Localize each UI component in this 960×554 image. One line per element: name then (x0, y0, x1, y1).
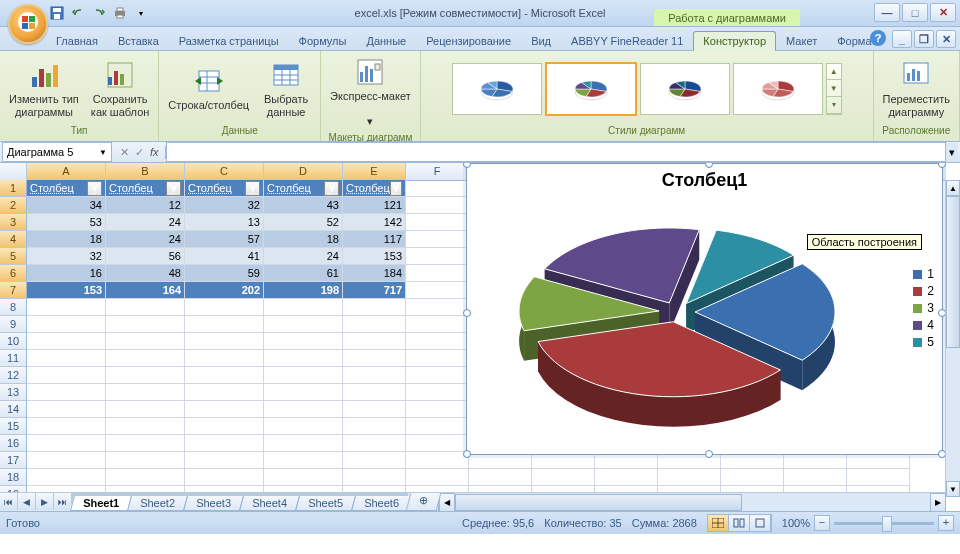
cell[interactable] (264, 333, 343, 350)
cell[interactable]: 198 (264, 282, 343, 299)
cell[interactable] (106, 384, 185, 401)
row-header[interactable]: 11 (0, 350, 27, 367)
cell[interactable] (406, 333, 469, 350)
chart-plot-area[interactable] (487, 197, 887, 437)
redo-icon[interactable] (90, 4, 108, 22)
cell[interactable] (185, 316, 264, 333)
cell[interactable] (27, 469, 106, 486)
scroll-left-icon[interactable]: ◀ (439, 493, 455, 512)
row-header[interactable]: 3 (0, 214, 27, 231)
row-header[interactable]: 1 (0, 180, 27, 197)
name-box[interactable]: Диаграмма 5▼ (2, 142, 112, 162)
tab-Данные[interactable]: Данные (356, 31, 416, 50)
cell[interactable]: 24 (264, 248, 343, 265)
cell[interactable] (106, 333, 185, 350)
cell[interactable] (185, 435, 264, 452)
row-header[interactable]: 15 (0, 418, 27, 435)
legend-item[interactable]: 3 (913, 301, 934, 315)
close-button[interactable]: ✕ (930, 3, 956, 22)
cell[interactable] (847, 469, 910, 486)
minimize-button[interactable]: — (874, 3, 900, 22)
cell[interactable]: 16 (27, 265, 106, 282)
cell[interactable]: 32 (185, 197, 264, 214)
save-icon[interactable] (48, 4, 66, 22)
filter-icon[interactable]: ▾ (87, 181, 102, 196)
column-header[interactable]: E (343, 163, 406, 180)
filter-icon[interactable]: ▾ (166, 181, 181, 196)
cell[interactable] (264, 316, 343, 333)
cell[interactable] (106, 367, 185, 384)
cell[interactable] (343, 316, 406, 333)
change-chart-type-button[interactable]: Изменить тип диаграммы (5, 57, 83, 120)
cell[interactable] (343, 350, 406, 367)
vertical-scrollbar[interactable]: ▲ ▼ (945, 180, 960, 497)
zoom-in-button[interactable]: + (938, 515, 954, 531)
select-all-corner[interactable] (0, 163, 27, 180)
cell[interactable]: 24 (106, 214, 185, 231)
cell[interactable]: 202 (185, 282, 264, 299)
cell[interactable] (185, 299, 264, 316)
cell[interactable]: Столбец▾ (343, 180, 406, 197)
cell[interactable] (406, 384, 469, 401)
cell[interactable] (406, 265, 469, 282)
row-header[interactable]: 7 (0, 282, 27, 299)
chart-title[interactable]: Столбец1 (467, 164, 942, 197)
styles-scroll[interactable]: ▲▼▾ (826, 63, 842, 115)
zoom-level[interactable]: 100% (782, 517, 810, 529)
scroll-thumb[interactable] (946, 196, 960, 348)
cell[interactable] (343, 452, 406, 469)
row-header[interactable]: 2 (0, 197, 27, 214)
tab-Разметка страницы[interactable]: Разметка страницы (169, 31, 289, 50)
cell[interactable] (27, 418, 106, 435)
column-header[interactable]: C (185, 163, 264, 180)
cell[interactable] (27, 299, 106, 316)
chart-legend[interactable]: 12345 (913, 264, 934, 352)
sheet-nav-next-icon[interactable]: ▶ (36, 493, 54, 510)
cell[interactable]: 24 (106, 231, 185, 248)
cell[interactable] (406, 316, 469, 333)
row-header[interactable]: 6 (0, 265, 27, 282)
row-header[interactable]: 4 (0, 231, 27, 248)
cell[interactable] (343, 418, 406, 435)
tab-Вид[interactable]: Вид (521, 31, 561, 50)
cell[interactable] (406, 350, 469, 367)
sheet-nav-first-icon[interactable]: ⏮ (0, 493, 18, 510)
cell[interactable] (469, 469, 532, 486)
tab-ABBYY FineReader 11[interactable]: ABBYY FineReader 11 (561, 31, 693, 50)
cell[interactable]: Столбец▾ (106, 180, 185, 197)
cell[interactable] (27, 316, 106, 333)
cell[interactable] (106, 299, 185, 316)
maximize-button[interactable]: □ (902, 3, 928, 22)
chart-object[interactable]: Столбец1 Область построения 12345 (466, 163, 943, 455)
cell[interactable]: 41 (185, 248, 264, 265)
cell[interactable] (406, 180, 469, 197)
tab-Рецензирование[interactable]: Рецензирование (416, 31, 521, 50)
cell[interactable] (185, 384, 264, 401)
filter-icon[interactable]: ▾ (245, 181, 260, 196)
cell[interactable]: 13 (185, 214, 264, 231)
cell[interactable] (406, 367, 469, 384)
sheet-tab[interactable]: Sheet5 (295, 496, 356, 511)
cell[interactable] (27, 384, 106, 401)
cell[interactable]: 18 (264, 231, 343, 248)
cell[interactable] (106, 316, 185, 333)
cell[interactable] (406, 197, 469, 214)
cell[interactable] (106, 435, 185, 452)
filter-icon[interactable]: ▾ (324, 181, 339, 196)
cell[interactable]: 142 (343, 214, 406, 231)
cell[interactable]: 52 (264, 214, 343, 231)
cell[interactable] (406, 282, 469, 299)
scroll-right-icon[interactable]: ▶ (930, 493, 946, 512)
cell[interactable]: 34 (27, 197, 106, 214)
legend-item[interactable]: 1 (913, 267, 934, 281)
cell[interactable] (406, 248, 469, 265)
page-layout-view-button[interactable] (729, 515, 750, 531)
zoom-out-button[interactable]: − (814, 515, 830, 531)
row-header[interactable]: 12 (0, 367, 27, 384)
cell[interactable]: Столбец▾ (264, 180, 343, 197)
sheet-tab[interactable]: Sheet4 (239, 496, 300, 511)
cell[interactable]: 61 (264, 265, 343, 282)
scroll-down-icon[interactable]: ▼ (946, 481, 960, 497)
cell[interactable]: 117 (343, 231, 406, 248)
row-header[interactable]: 13 (0, 384, 27, 401)
